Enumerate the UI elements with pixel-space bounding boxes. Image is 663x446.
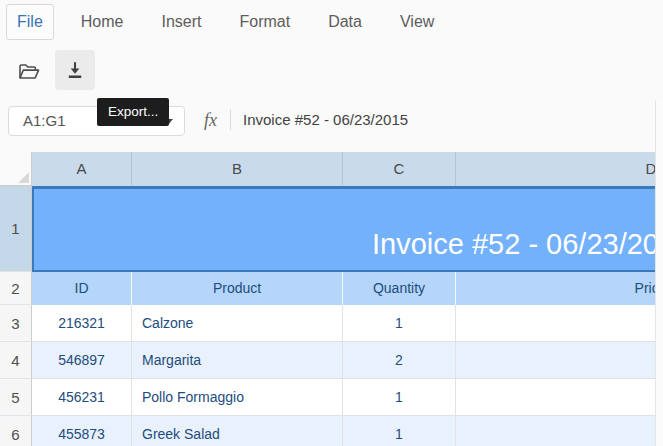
cell-d2-price-header[interactable]: Price	[456, 272, 655, 305]
folder-open-icon	[17, 60, 41, 84]
sheet-grid: A B C D 1 2 3 4 5 6 Invoice #52 - 06/23/…	[0, 152, 655, 446]
cell-d4-price[interactable]	[456, 342, 655, 378]
invoice-title-text: Invoice #52 - 06/23/2015	[372, 228, 655, 261]
cell-b5-product[interactable]: Pollo Formaggio	[132, 379, 343, 415]
cell-b4-product[interactable]: Margarita	[132, 342, 343, 378]
select-all-corner[interactable]	[0, 152, 32, 186]
table-row: 456231 Pollo Formaggio 1	[32, 379, 655, 416]
table-row: 546897 Margarita 2	[32, 342, 655, 379]
row-header-5[interactable]: 5	[0, 379, 32, 416]
name-box-value: A1:G1	[23, 107, 66, 135]
row-header-6[interactable]: 6	[0, 416, 32, 446]
cell-c5-quantity[interactable]: 1	[343, 379, 456, 415]
table-row: 455873 Greek Salad 1	[32, 416, 655, 446]
cell-a4-id[interactable]: 546897	[32, 342, 132, 378]
row-header-2[interactable]: 2	[0, 272, 32, 305]
cell-b6-product[interactable]: Greek Salad	[132, 416, 343, 446]
row-header-1[interactable]: 1	[0, 186, 32, 272]
right-gutter	[655, 100, 663, 446]
menu-view[interactable]: View	[389, 4, 445, 40]
column-header-a[interactable]: A	[32, 152, 132, 186]
column-header-d[interactable]: D	[456, 152, 655, 186]
cell-c3-quantity[interactable]: 1	[343, 305, 456, 341]
cell-c6-quantity[interactable]: 1	[343, 416, 456, 446]
cell-a6-id[interactable]: 455873	[32, 416, 132, 446]
menu-insert[interactable]: Insert	[150, 4, 212, 40]
cell-b2-product-header[interactable]: Product	[132, 272, 343, 305]
table-row: 216321 Calzone 1	[32, 305, 655, 342]
cell-d5-price[interactable]	[456, 379, 655, 415]
cell-a1-merged-title[interactable]: Invoice #52 - 06/23/2015	[32, 186, 655, 272]
cell-c4-quantity[interactable]: 2	[343, 342, 456, 378]
row-header-3[interactable]: 3	[0, 305, 32, 342]
spreadsheet-app: File Home Insert Format Data View Export…	[0, 0, 663, 446]
menu-bar: File Home Insert Format Data View	[0, 0, 663, 44]
column-header-c[interactable]: C	[343, 152, 456, 186]
menu-data[interactable]: Data	[317, 4, 373, 40]
menu-home[interactable]: Home	[70, 4, 135, 40]
formula-input[interactable]: Invoice #52 - 06/23/2015	[243, 111, 648, 133]
fx-icon: fx	[204, 110, 217, 131]
menu-file[interactable]: File	[6, 4, 54, 40]
cell-a5-id[interactable]: 456231	[32, 379, 132, 415]
download-icon	[64, 59, 86, 81]
formula-divider	[230, 109, 231, 130]
menu-format[interactable]: Format	[228, 4, 301, 40]
select-all-triangle-icon	[18, 172, 29, 183]
open-file-button[interactable]	[12, 56, 46, 88]
cell-c2-quantity-header[interactable]: Quantity	[343, 272, 456, 305]
export-tooltip: Export...	[97, 98, 169, 126]
column-header-b[interactable]: B	[132, 152, 343, 186]
cell-d3-price[interactable]	[456, 305, 655, 341]
cell-a2-id-header[interactable]: ID	[32, 272, 132, 305]
cell-b3-product[interactable]: Calzone	[132, 305, 343, 341]
export-button[interactable]	[55, 50, 95, 90]
cell-a3-id[interactable]: 216321	[32, 305, 132, 341]
cell-d6-price[interactable]	[456, 416, 655, 446]
row-header-4[interactable]: 4	[0, 342, 32, 379]
